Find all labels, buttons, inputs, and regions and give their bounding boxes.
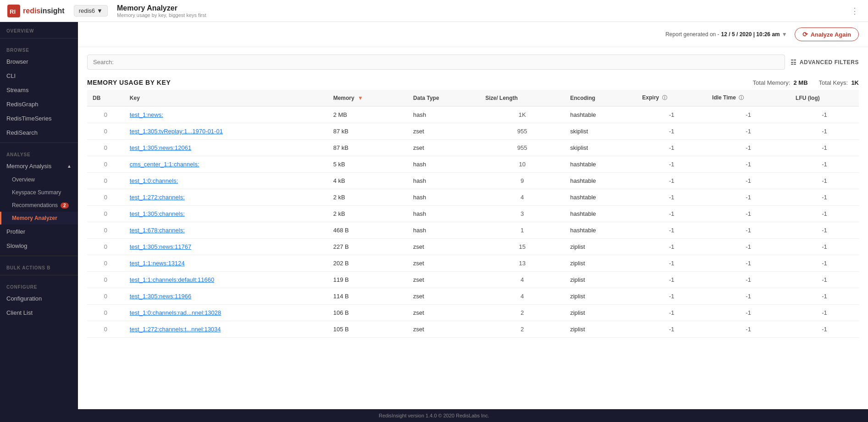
sidebar-item-redisearch[interactable]: RediSearch bbox=[0, 126, 78, 140]
advanced-filters-button[interactable]: ☷ ADVANCED FILTERS bbox=[791, 59, 859, 66]
dots-menu[interactable]: ⋮ bbox=[849, 4, 861, 18]
cell-memory: 468 B bbox=[328, 222, 408, 239]
key-link[interactable]: test_1:0:channels: bbox=[130, 177, 178, 184]
sidebar-subitem-keyspace-summary[interactable]: Keyspace Summary bbox=[0, 186, 78, 199]
cell-key[interactable]: test_1:272:channels: bbox=[124, 189, 328, 206]
db-selector[interactable]: redis6 ▼ bbox=[74, 5, 108, 16]
sidebar-item-cli[interactable]: CLI bbox=[0, 69, 78, 83]
cell-expiry: -1 bbox=[637, 123, 707, 140]
cell-encoding: hashtable bbox=[564, 206, 636, 222]
cell-key[interactable]: test_1:305:channels: bbox=[124, 206, 328, 222]
sidebar-subitem-recommendations[interactable]: Recommendations 2 bbox=[0, 199, 78, 212]
cell-key[interactable]: test_1:272:channels:t...nnel:13034 bbox=[124, 321, 328, 338]
cell-db: 0 bbox=[87, 321, 124, 338]
cell-data-type: hash bbox=[408, 156, 480, 173]
cell-encoding: hashtable bbox=[564, 106, 636, 123]
cell-key[interactable]: test_1:305:news:12061 bbox=[124, 140, 328, 156]
key-link[interactable]: test_1:305:news:11767 bbox=[130, 243, 191, 250]
key-link[interactable]: test_1:1:channels:default:11660 bbox=[130, 276, 214, 283]
col-data-type: Data Type bbox=[408, 90, 480, 106]
cell-lfu: -1 bbox=[790, 305, 859, 321]
cell-memory: 5 kB bbox=[328, 156, 408, 173]
cell-data-type: hash bbox=[408, 206, 480, 222]
page-subtitle: Memory usage by key, biggest keys first bbox=[117, 12, 206, 18]
sidebar-subitem-memory-analyzer[interactable]: Memory Analyzer bbox=[0, 212, 78, 225]
col-expiry: Expiry ⓘ bbox=[637, 90, 707, 106]
key-link[interactable]: test_1:272:channels: bbox=[130, 194, 185, 201]
sidebar-item-client-list[interactable]: Client List bbox=[0, 306, 78, 320]
cell-lfu: -1 bbox=[790, 123, 859, 140]
sidebar-subitem-overview[interactable]: Overview bbox=[0, 173, 78, 186]
table-row: 0 test_1:305:tvReplay:1...1970-01-01 87 … bbox=[87, 123, 859, 140]
idle-info-icon: ⓘ bbox=[739, 95, 744, 100]
cell-data-type: hash bbox=[408, 222, 480, 239]
cell-db: 0 bbox=[87, 173, 124, 189]
cell-size: 2 bbox=[480, 321, 564, 338]
key-link[interactable]: test_1:305:channels: bbox=[130, 210, 185, 217]
sidebar-item-browser[interactable]: Browser bbox=[0, 55, 78, 69]
key-link[interactable]: test_1:305:tvReplay:1...1970-01-01 bbox=[130, 128, 223, 135]
sidebar-item-slowlog[interactable]: Slowlog bbox=[0, 239, 78, 253]
key-link[interactable]: test_1:news: bbox=[130, 111, 163, 118]
key-link[interactable]: test_1:305:news:11966 bbox=[130, 293, 191, 300]
cell-data-type: hash bbox=[408, 173, 480, 189]
cell-encoding: ziplist bbox=[564, 321, 636, 338]
cell-db: 0 bbox=[87, 106, 124, 123]
cell-key[interactable]: cms_center_1:1:channels: bbox=[124, 156, 328, 173]
sidebar-item-memory-analysis[interactable]: Memory Analysis ▲ bbox=[0, 159, 78, 173]
cell-key[interactable]: test_1:1:channels:default:11660 bbox=[124, 272, 328, 288]
cell-idle-time: -1 bbox=[707, 106, 790, 123]
cell-key[interactable]: test_1:1:news:13124 bbox=[124, 255, 328, 272]
sidebar-item-streams[interactable]: Streams bbox=[0, 83, 78, 97]
table-stats: Total Memory: 2 MB Total Keys: 1K bbox=[753, 79, 859, 86]
sidebar-section-bulk-actions: BULK ACTIONS β bbox=[0, 259, 78, 272]
cell-key[interactable]: test_1:678:channels: bbox=[124, 222, 328, 239]
key-link[interactable]: test_1:305:news:12061 bbox=[130, 144, 191, 151]
key-link[interactable]: test_1:0:channels:rad...nnel:13028 bbox=[130, 309, 221, 316]
cell-data-type: hash bbox=[408, 189, 480, 206]
sidebar-item-configuration[interactable]: Configuration bbox=[0, 291, 78, 306]
report-dropdown-arrow[interactable]: ▼ bbox=[782, 31, 787, 38]
cell-expiry: -1 bbox=[637, 288, 707, 305]
table-row: 0 test_1:305:news:11767 227 B zset 15 zi… bbox=[87, 239, 859, 255]
key-link[interactable]: test_1:1:news:13124 bbox=[130, 260, 185, 267]
cell-db: 0 bbox=[87, 305, 124, 321]
key-link[interactable]: cms_center_1:1:channels: bbox=[130, 161, 199, 168]
cell-encoding: ziplist bbox=[564, 272, 636, 288]
table-row: 0 test_1:news: 2 MB hash 1K hashtable -1… bbox=[87, 106, 859, 123]
search-input[interactable] bbox=[87, 55, 785, 70]
cell-key[interactable]: test_1:0:channels: bbox=[124, 173, 328, 189]
logo-icon: RI bbox=[7, 5, 20, 17]
key-link[interactable]: test_1:678:channels: bbox=[130, 227, 185, 234]
divider-4 bbox=[0, 275, 78, 275]
memory-table: DB Key Memory ▼ Data Type Size/ Length E… bbox=[87, 90, 859, 338]
total-keys-stat: Total Keys: 1K bbox=[819, 79, 859, 86]
logo-text: redisinsight bbox=[23, 7, 65, 15]
cell-key[interactable]: test_1:0:channels:rad...nnel:13028 bbox=[124, 305, 328, 321]
cell-key[interactable]: test_1:305:news:11966 bbox=[124, 288, 328, 305]
cell-db: 0 bbox=[87, 206, 124, 222]
sidebar-item-profiler[interactable]: Profiler bbox=[0, 225, 78, 239]
cell-expiry: -1 bbox=[637, 106, 707, 123]
cell-size: 13 bbox=[480, 255, 564, 272]
cell-key[interactable]: test_1:news: bbox=[124, 106, 328, 123]
col-memory[interactable]: Memory ▼ bbox=[328, 90, 408, 106]
key-link[interactable]: test_1:272:channels:t...nnel:13034 bbox=[130, 326, 221, 333]
cell-lfu: -1 bbox=[790, 222, 859, 239]
cell-key[interactable]: test_1:305:tvReplay:1...1970-01-01 bbox=[124, 123, 328, 140]
sidebar-item-redistimeseries[interactable]: RedisTimeSeries bbox=[0, 111, 78, 126]
refresh-icon: ⟳ bbox=[802, 31, 808, 38]
cell-key[interactable]: test_1:305:news:11767 bbox=[124, 239, 328, 255]
cell-encoding: hashtable bbox=[564, 222, 636, 239]
sidebar-item-redisgraph[interactable]: RedisGraph bbox=[0, 97, 78, 111]
cell-idle-time: -1 bbox=[707, 156, 790, 173]
divider-3 bbox=[0, 256, 78, 256]
cell-memory: 202 B bbox=[328, 255, 408, 272]
table-row: 0 test_1:1:news:13124 202 B zset 13 zipl… bbox=[87, 255, 859, 272]
cell-data-type: zset bbox=[408, 140, 480, 156]
cell-size: 955 bbox=[480, 140, 564, 156]
analyze-again-button[interactable]: ⟳ Analyze Again bbox=[795, 27, 859, 41]
cell-idle-time: -1 bbox=[707, 255, 790, 272]
cell-encoding: ziplist bbox=[564, 255, 636, 272]
table-area: MEMORY USAGE BY KEY Total Memory: 2 MB T… bbox=[78, 73, 868, 409]
